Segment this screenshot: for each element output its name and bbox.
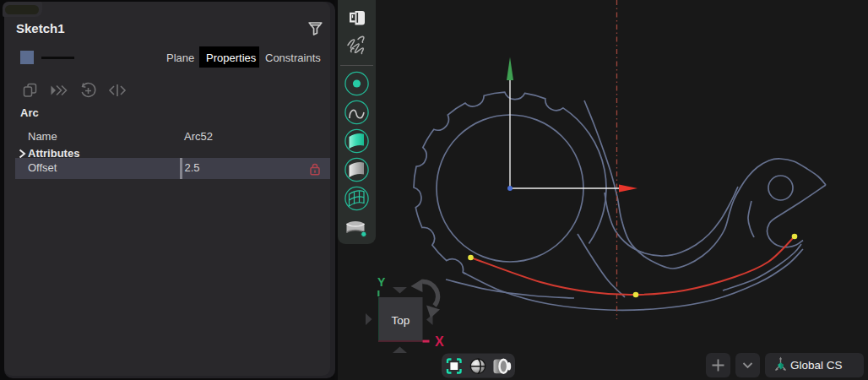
svg-text:Y: Y [377, 275, 386, 289]
svg-text:Top: Top [392, 314, 410, 327]
svg-text:X: X [435, 334, 444, 349]
